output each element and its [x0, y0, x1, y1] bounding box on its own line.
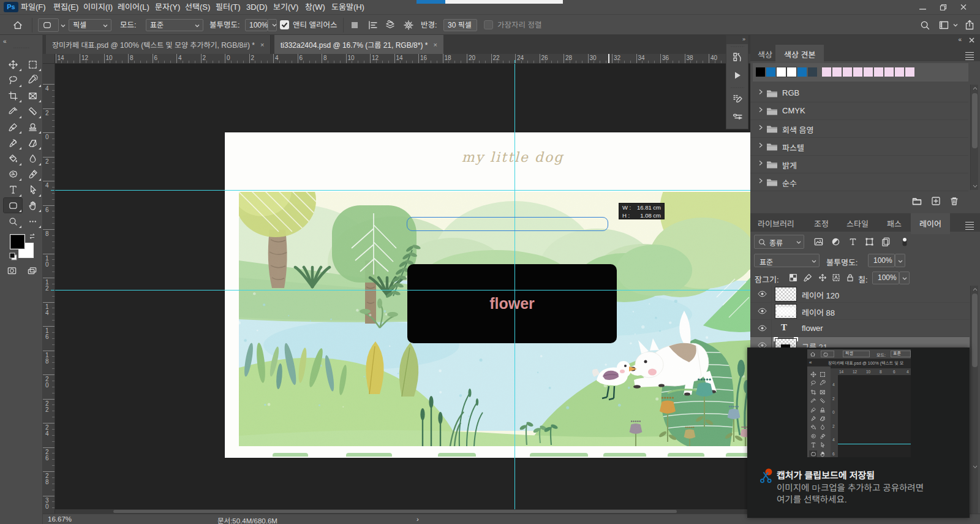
search-icon[interactable] — [919, 20, 930, 31]
dodge-tool[interactable] — [4, 167, 22, 181]
move-tool[interactable] — [4, 57, 22, 72]
lock-artboard-icon[interactable] — [831, 273, 841, 283]
menu-item[interactable]: 이미지(I) — [83, 0, 113, 14]
pen-tool[interactable] — [23, 167, 42, 181]
swatch[interactable] — [832, 67, 842, 77]
type-tool[interactable] — [4, 183, 22, 197]
layer-visibility-icon[interactable] — [758, 308, 767, 314]
layer-row-레이어 120[interactable]: 레이어 120 — [750, 286, 970, 303]
align-edges-checkbox[interactable] — [484, 20, 493, 29]
delete-swatch-icon[interactable] — [949, 196, 960, 207]
tab-close-icon[interactable]: × — [433, 41, 437, 48]
layer-row-레이어 88[interactable]: 레이어 88 — [750, 303, 970, 320]
photoshop-logo[interactable]: Ps — [4, 2, 18, 12]
close-button[interactable] — [958, 2, 970, 12]
swatch-folder-밝게[interactable]: 밝게 — [750, 156, 968, 173]
swatch-folder-파스텔[interactable]: 파스텔 — [750, 138, 968, 156]
brush-tool[interactable] — [4, 120, 22, 134]
tab-스타일[interactable]: 스타일 — [846, 218, 869, 229]
swatch[interactable] — [895, 67, 904, 77]
shape-tool[interactable] — [4, 198, 22, 213]
document-tab-inactive[interactable]: 장미카페 대표.psd @ 100% (텍스트 및 모양 추가하기, RGB/8… — [46, 35, 271, 54]
workspace-chevron-icon[interactable] — [953, 23, 958, 28]
lock-transparency-icon[interactable] — [788, 273, 798, 283]
swatch[interactable] — [874, 67, 883, 77]
eyedropper-tool[interactable] — [4, 104, 22, 119]
layer-opacity-input[interactable]: 100% — [868, 254, 895, 267]
actions-panel-button[interactable] — [726, 67, 748, 83]
clone-stamp-tool[interactable] — [23, 120, 42, 134]
filter-adjustment-layers-icon[interactable] — [831, 237, 841, 247]
layers-scrollbar[interactable] — [970, 286, 978, 514]
swatch[interactable] — [766, 67, 775, 77]
filter-type-layers-icon[interactable] — [848, 237, 858, 247]
swatch[interactable] — [822, 67, 831, 77]
menu-item[interactable]: 파일(F) — [21, 0, 46, 14]
tool-preset-picker[interactable] — [38, 18, 59, 32]
frame-tool[interactable] — [23, 88, 42, 103]
path-select-tool[interactable] — [23, 183, 42, 197]
home-icon[interactable] — [12, 20, 23, 31]
document-tab-active[interactable]: ti332a2404.psd @ 16.7% (그룹 21, RGB/8*) *… — [274, 35, 443, 54]
path-operations-icon[interactable] — [349, 20, 360, 31]
swatch[interactable] — [808, 67, 817, 77]
opacity-input[interactable]: 100% — [245, 19, 268, 31]
zoom-tool[interactable] — [4, 214, 22, 229]
filter-shape-layers-icon[interactable] — [864, 237, 875, 247]
hand-tool[interactable] — [23, 198, 42, 213]
radius-input[interactable]: 30 픽셀 — [443, 19, 477, 31]
swatch[interactable] — [787, 67, 796, 77]
layer-filter-select[interactable]: 종류 — [754, 235, 804, 249]
toast-body[interactable]: 이미지에 마크업을 추가하고 공유하려면여기를 선택하세요. — [777, 482, 960, 506]
menu-item[interactable]: 보기(V) — [273, 0, 298, 14]
layer-opacity-chevron[interactable] — [895, 254, 905, 267]
crop-tool[interactable] — [4, 88, 22, 103]
menu-item[interactable]: 편집(E) — [53, 0, 78, 14]
history-brush-tool[interactable] — [4, 135, 22, 150]
zoom-level[interactable]: 16.67% — [48, 515, 72, 523]
layers-panel-menu-icon[interactable] — [965, 220, 974, 232]
menu-item[interactable]: 문자(Y) — [155, 0, 180, 14]
collapse-panels-icon[interactable]: « — [958, 36, 962, 43]
menu-item[interactable]: 선택(S) — [185, 0, 210, 14]
share-icon[interactable] — [964, 20, 975, 31]
panel-menu-icon[interactable] — [965, 50, 974, 62]
layer-row-flower[interactable]: Tflower — [750, 320, 970, 337]
dock-pin-icon[interactable] — [968, 37, 975, 44]
layer-visibility-icon[interactable] — [758, 290, 767, 297]
layer-visibility-icon[interactable] — [758, 325, 767, 332]
swatch[interactable] — [756, 67, 765, 77]
opacity-chevron[interactable] — [268, 19, 277, 31]
mode-select[interactable]: 표준 — [146, 19, 203, 31]
lock-all-icon[interactable] — [845, 273, 855, 283]
lock-position-icon[interactable] — [818, 273, 827, 283]
guide-horizontal-2[interactable] — [55, 290, 750, 290]
default-colors-icon[interactable] — [9, 253, 17, 260]
path-arrangement-icon[interactable] — [385, 20, 396, 31]
fill-type-select[interactable]: 픽셀 — [69, 19, 111, 31]
menu-item[interactable]: 도움말(H) — [331, 0, 364, 14]
brush-settings-panel-button[interactable] — [726, 91, 748, 107]
filter-smart-objects-icon[interactable] — [881, 237, 891, 247]
tab-라이브러리[interactable]: 라이브러리 — [758, 218, 794, 229]
swatch[interactable] — [905, 67, 914, 77]
tab-color[interactable]: 색상 — [758, 48, 772, 60]
collapse-tools-icon[interactable]: « — [3, 38, 6, 45]
workspace-icon[interactable] — [938, 20, 949, 31]
swatch-folder-순수[interactable]: 순수 — [750, 173, 968, 191]
tool-preset-chevron-icon[interactable] — [61, 23, 66, 28]
swatch[interactable] — [777, 67, 786, 77]
lasso-tool[interactable] — [4, 73, 22, 88]
menu-item[interactable]: 필터(T) — [216, 0, 241, 14]
swatch[interactable] — [853, 67, 862, 77]
swatch[interactable] — [843, 67, 852, 77]
tool-presets-panel-button[interactable] — [726, 109, 748, 125]
menu-item[interactable]: 레이어(L) — [118, 0, 149, 14]
guide-vertical[interactable] — [514, 64, 515, 514]
blend-mode-select[interactable]: 표준 — [754, 254, 820, 267]
foreground-color-well[interactable] — [10, 234, 25, 249]
minimize-button[interactable] — [917, 2, 929, 12]
swatch[interactable] — [884, 67, 894, 77]
swatch-folder-CMYK[interactable]: CMYK — [750, 102, 968, 120]
tab-조정[interactable]: 조정 — [814, 218, 829, 229]
